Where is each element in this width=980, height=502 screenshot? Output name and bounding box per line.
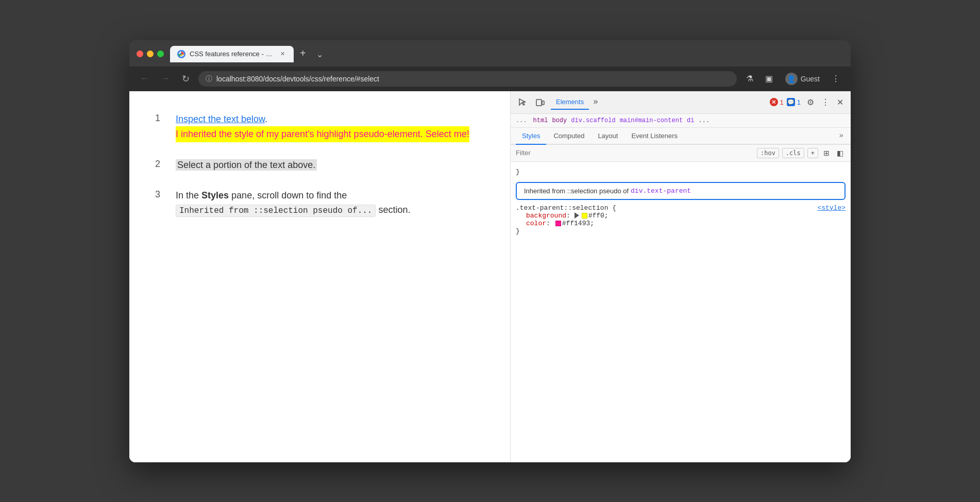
tab-close-button[interactable]: ✕ xyxy=(278,50,286,58)
devtools-badges: ✕ 1 💬 1 xyxy=(770,98,801,106)
browser-window: CSS features reference - Chro... ✕ + ⌄ ←… xyxy=(129,40,851,462)
close-button[interactable] xyxy=(137,51,143,57)
webpage-panel: 1 Inspect the text below. I inherited th… xyxy=(129,91,511,462)
step3-after: section. xyxy=(378,205,410,215)
breadcrumb-dots[interactable]: ... xyxy=(516,117,527,124)
step-number-2: 2 xyxy=(155,159,165,170)
step3-code: Inherited from ::selection pseudo of... xyxy=(176,205,376,217)
profile-avatar: 👤 xyxy=(785,73,798,85)
cls-filter-button[interactable]: .cls xyxy=(782,148,804,158)
inherited-selector[interactable]: div.text-parent xyxy=(631,187,691,195)
inspect-link[interactable]: Inspect the text below xyxy=(176,114,265,124)
step3-bold: Styles xyxy=(201,190,229,200)
step-content-3: In the Styles pane, scroll down to find … xyxy=(176,188,411,218)
menu-button[interactable]: ⋮ xyxy=(828,71,843,87)
css-selector: .text-parent::selection { xyxy=(516,204,616,212)
forward-button[interactable]: → xyxy=(157,71,173,87)
css-prop-name-color: color xyxy=(526,220,546,227)
step-content-2: Select a portion of the text above. xyxy=(176,158,317,173)
style-source-map-icon[interactable]: ⊞ xyxy=(821,147,832,159)
hov-filter-button[interactable]: :hov xyxy=(757,148,779,158)
styles-more-tabs[interactable]: » xyxy=(837,129,846,142)
breadcrumb-body[interactable]: body xyxy=(552,117,567,124)
devtools-more-tabs[interactable]: » xyxy=(591,95,600,109)
info-count: 1 xyxy=(797,98,801,106)
step2-text: Select a portion of the text above. xyxy=(176,159,317,171)
lock-icon: ⓘ xyxy=(206,74,212,83)
step-item-3: 3 In the Styles pane, scroll down to fin… xyxy=(155,188,484,218)
breadcrumb-div-scaffold[interactable]: div.scaffold xyxy=(571,117,615,124)
error-badge[interactable]: ✕ 1 xyxy=(770,98,784,106)
more-options-icon[interactable]: ⋮ xyxy=(819,95,832,109)
tabs-row: CSS features reference - Chro... ✕ + ⌄ xyxy=(170,45,327,62)
tab-elements[interactable]: Elements xyxy=(551,95,589,110)
step-item-1: 1 Inspect the text below. I inherited th… xyxy=(155,112,484,142)
svg-rect-4 xyxy=(542,101,544,105)
inspect-element-icon[interactable] xyxy=(516,95,529,109)
tab-layout[interactable]: Layout xyxy=(592,128,624,144)
background-expand-triangle[interactable] xyxy=(575,212,579,219)
add-style-button[interactable]: + xyxy=(807,148,818,158)
info-badge[interactable]: 💬 1 xyxy=(787,98,801,106)
browser-content: 1 Inspect the text below. I inherited th… xyxy=(129,91,851,462)
breadcrumb-main[interactable]: main#main-content xyxy=(620,117,683,124)
tab-styles[interactable]: Styles xyxy=(516,128,546,145)
device-toolbar-icon[interactable] xyxy=(533,95,547,109)
background-color-swatch[interactable] xyxy=(582,213,587,219)
css-rule-close: } xyxy=(516,227,846,235)
minimize-button[interactable] xyxy=(147,51,154,57)
profile-label: Guest xyxy=(801,75,820,83)
step3-before: In the xyxy=(176,190,201,200)
url-text: localhost:8080/docs/devtools/css/referen… xyxy=(216,75,730,83)
toolbar-icons: ⚗ ▣ 👤 Guest ⋮ xyxy=(742,71,843,87)
new-tab-button[interactable]: + xyxy=(296,45,310,61)
highlighted-text: I inherited the style of my parent's hig… xyxy=(176,126,469,142)
error-count: 1 xyxy=(780,98,784,106)
css-rule-header: .text-parent::selection { <style> xyxy=(516,204,846,212)
svg-rect-3 xyxy=(536,99,542,106)
inherited-from-box: Inherited from ::selection pseudo of div… xyxy=(516,182,846,200)
filter-buttons: :hov .cls + ⊞ ◧ xyxy=(757,147,846,159)
reload-button[interactable]: ↻ xyxy=(178,71,193,87)
tab-computed[interactable]: Computed xyxy=(547,128,590,144)
settings-icon[interactable]: ⚙ xyxy=(805,95,816,109)
color-swatch[interactable] xyxy=(555,221,561,226)
toggle-sidebar-icon[interactable]: ◧ xyxy=(835,147,846,159)
tab-event-listeners[interactable]: Event Listeners xyxy=(625,128,684,144)
tab-list-button[interactable]: ⌄ xyxy=(312,47,327,61)
opening-brace: } xyxy=(516,166,846,178)
step-content-1: Inspect the text below. I inherited the … xyxy=(176,112,469,142)
profile-button[interactable]: 👤 Guest xyxy=(781,71,824,87)
window-controls xyxy=(137,51,164,57)
css-property-background: background: #ff0; xyxy=(526,212,846,220)
back-button[interactable]: ← xyxy=(137,71,152,87)
split-screen-icon[interactable]: ▣ xyxy=(762,71,777,87)
filter-bar: :hov .cls + ⊞ ◧ xyxy=(511,145,851,162)
css-property-color: color: #ff1493; xyxy=(526,220,846,227)
address-bar: ← → ↻ ⓘ localhost:8080/docs/devtools/css… xyxy=(129,66,851,91)
active-tab[interactable]: CSS features reference - Chro... ✕ xyxy=(170,46,294,62)
css-prop-name-bg: background xyxy=(526,212,566,220)
url-bar[interactable]: ⓘ localhost:8080/docs/devtools/css/refer… xyxy=(198,71,737,87)
tab-title: CSS features reference - Chro... xyxy=(190,50,274,58)
css-prop-value-color: #ff1493 xyxy=(562,220,590,227)
styles-content: } Inherited from ::selection pseudo of d… xyxy=(511,162,851,462)
breadcrumb-di[interactable]: di xyxy=(687,117,694,124)
info-icon: 💬 xyxy=(787,98,795,106)
breadcrumb-more[interactable]: ... xyxy=(698,117,709,124)
css-prop-value-bg: #ff0 xyxy=(588,212,604,220)
devtools-settings: ⚙ ⋮ ✕ xyxy=(805,95,846,109)
devtools-header: Elements » ✕ 1 💬 1 ⚙ ⋮ ✕ xyxy=(511,91,851,114)
filter-input[interactable] xyxy=(516,149,753,157)
breadcrumb-html[interactable]: html xyxy=(533,117,548,124)
tab-favicon xyxy=(177,50,185,58)
step-item-2: 2 Select a portion of the text above. xyxy=(155,158,484,173)
css-rule: .text-parent::selection { <style> backgr… xyxy=(516,204,846,235)
devtools-panel: Elements » ✕ 1 💬 1 ⚙ ⋮ ✕ xyxy=(511,91,851,462)
maximize-button[interactable] xyxy=(157,51,164,57)
close-devtools-button[interactable]: ✕ xyxy=(835,95,846,109)
css-source-link[interactable]: <style> xyxy=(817,204,846,212)
error-icon: ✕ xyxy=(770,98,778,106)
devtools-tabs: Elements » xyxy=(551,95,766,110)
experiments-icon[interactable]: ⚗ xyxy=(742,71,757,87)
